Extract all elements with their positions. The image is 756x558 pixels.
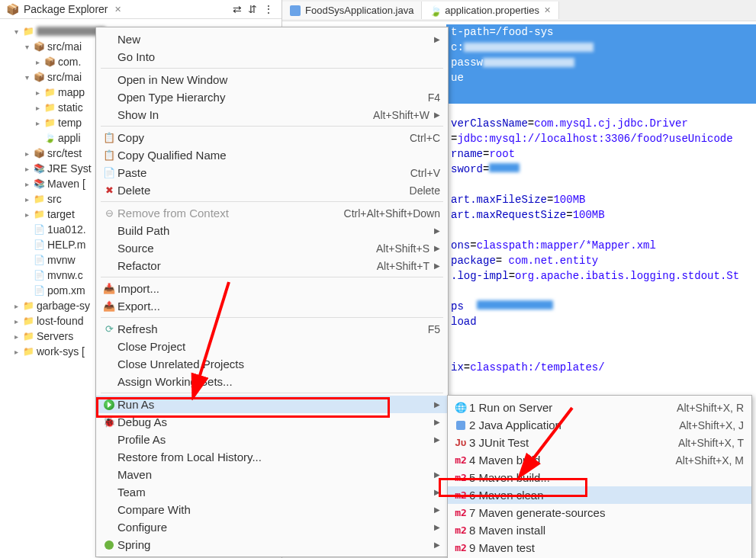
menu-show-in[interactable]: Show InAlt+Shift+W▶ (96, 106, 448, 123)
tree-label: src/mai (47, 71, 82, 83)
prop-key: ons (451, 239, 470, 252)
maven-icon: m2 (452, 542, 469, 553)
prop-val: org.apache.ibatis.logging.stdout.St (515, 270, 739, 282)
context-menu: New▶ Go Into Open in New Window Open Typ… (95, 27, 449, 557)
prop-val: 100MB (553, 194, 585, 206)
menu-source[interactable]: SourceAlt+Shift+S▶ (96, 239, 448, 257)
prop-key: ix (451, 361, 464, 374)
java-icon (456, 421, 465, 430)
prop-key: ps (451, 300, 464, 313)
tab-properties[interactable]: 🍃 application.properties ✕ (422, 2, 559, 19)
collapse-icon[interactable]: ⇄ (233, 3, 245, 15)
menu-open-new-window[interactable]: Open in New Window (96, 71, 448, 88)
menu-compare-with[interactable]: Compare With▶ (96, 501, 448, 518)
tree-label: JRE Syst (47, 162, 92, 175)
menu-maven[interactable]: Maven▶ (96, 466, 448, 483)
submenu-maven-install[interactable]: m28 Maven install (448, 521, 751, 539)
java-icon (290, 5, 301, 16)
menu-export[interactable]: 📤Export... (96, 297, 448, 315)
header-toolbar: ⇄ ⇵ ⋮ (233, 3, 275, 15)
tab-label: application.properties (445, 5, 539, 16)
menu-team[interactable]: Team▶ (96, 483, 448, 501)
maven-icon: m2 (452, 507, 469, 518)
maven-icon: m2 (452, 489, 469, 501)
prop-key: c: (451, 41, 464, 53)
tree-label: pom.xm (47, 284, 85, 297)
menu-go-into[interactable]: Go Into (96, 48, 448, 66)
tree-label: work-sys [ (37, 345, 85, 358)
prop-key: rname (451, 148, 483, 160)
tree-label: lost-found (37, 315, 83, 327)
tree-label: mvnw (47, 254, 76, 266)
prop-key: passw (451, 56, 483, 69)
tree-label: 1ua012. (47, 223, 86, 236)
menu-copy[interactable]: 📋CopyCtrl+C (96, 129, 448, 146)
properties-icon: 🍃 (429, 5, 440, 16)
tree-label: garbage-sy (37, 300, 90, 312)
menu-build-path[interactable]: Build Path▶ (96, 222, 448, 239)
spring-icon (105, 540, 114, 550)
menu-open-type-hierarchy[interactable]: Open Type HierarchyF4 (96, 88, 448, 106)
prop-key: load (451, 316, 477, 328)
tree-label: HELP.m (47, 239, 85, 251)
tab-java[interactable]: FoodSysApplication.java (282, 2, 422, 19)
menu-refactor[interactable]: RefactorAlt+Shift+T▶ (96, 257, 448, 274)
tree-label: src/mai (47, 40, 82, 53)
tree-label: com. (58, 56, 81, 68)
menu-paste[interactable]: 📄PasteCtrl+V (96, 164, 448, 181)
prop-val: /food-sys (496, 26, 554, 38)
package-icon: 📦 (6, 3, 19, 15)
tree-label: src/test (47, 147, 82, 159)
menu-spring[interactable]: Spring▶ (96, 536, 448, 553)
submenu-maven-clean[interactable]: m26 Maven clean (448, 486, 751, 504)
submenu-maven-gen-sources[interactable]: m27 Maven generate-sources (448, 504, 751, 521)
menu-configure[interactable]: Configure▶ (96, 518, 448, 536)
bug-icon: 🐞 (101, 416, 117, 428)
tree-label: appli (58, 132, 81, 144)
prop-key: .log-impl (451, 270, 509, 282)
prop-key: verClassName (451, 117, 528, 130)
editor-tabs: FoodSysApplication.java 🍃 application.pr… (282, 0, 756, 21)
tree-label: Servers (37, 330, 73, 342)
tab-label: FoodSysApplication.java (305, 5, 413, 16)
prop-key: package (451, 255, 496, 267)
link-icon[interactable]: ⇵ (248, 3, 260, 15)
menu-remove-context: ⊖Remove from ContextCtrl+Alt+Shift+Down (96, 204, 448, 222)
submenu-junit[interactable]: Jυ3 JUnit TestAlt+Shift+X, T (448, 434, 751, 451)
menu-profile-as[interactable]: Profile As▶ (96, 431, 448, 448)
menu-restore-history[interactable]: Restore from Local History... (96, 448, 448, 466)
prop-val: com.net.entity (502, 255, 598, 267)
prop-val: classpath:mapper/*Mapper.xml (477, 239, 656, 252)
menu-copy-qualified[interactable]: 📋Copy Qualified Name (96, 146, 448, 164)
run-as-submenu: 🌐1 Run on ServerAlt+Shift+X, R 2 Java Ap… (447, 395, 752, 558)
tree-label: mvnw.c (47, 269, 83, 281)
submenu-maven-build-dots[interactable]: m25 Maven build... (448, 469, 751, 486)
menu-assign-ws[interactable]: Assign Working Sets... (96, 373, 448, 390)
menu-new[interactable]: New▶ (96, 30, 448, 48)
maven-icon: m2 (452, 524, 469, 536)
tree-label: static (58, 101, 83, 114)
menu-debug-as[interactable]: 🐞Debug As▶ (96, 413, 448, 431)
submenu-maven-build[interactable]: m24 Maven buildAlt+Shift+X, M (448, 451, 751, 469)
menu-refresh[interactable]: ⟳RefreshF5 (96, 320, 448, 338)
close-icon[interactable]: ✕ (544, 5, 551, 15)
close-icon[interactable]: ✕ (114, 5, 121, 14)
tree-label: src (47, 193, 62, 205)
prop-val: 100MB (573, 209, 605, 221)
tree-label: mapp (58, 86, 85, 98)
menu-close-project[interactable]: Close Project (96, 338, 448, 355)
tree-label: temp (58, 117, 82, 129)
submenu-java-app[interactable]: 2 Java ApplicationAlt+Shift+X, J (448, 416, 751, 434)
submenu-maven-test[interactable]: m29 Maven test (448, 539, 751, 556)
prop-val: root (489, 148, 515, 160)
prop-key: art.maxRequestSize (451, 209, 566, 221)
menu-delete[interactable]: ✖DeleteDelete (96, 181, 448, 199)
submenu-run-on-server[interactable]: 🌐1 Run on ServerAlt+Shift+X, R (448, 399, 751, 416)
junit-icon: Jυ (452, 437, 469, 448)
menu-import[interactable]: 📥Import... (96, 280, 448, 297)
menu-close-unrelated[interactable]: Close Unrelated Projects (96, 355, 448, 373)
explorer-title: Package Explorer (24, 3, 108, 15)
prop-val: classpath:/templates/ (470, 361, 604, 374)
menu-run-as[interactable]: Run As▶ (96, 396, 448, 413)
menu-icon[interactable]: ⋮ (263, 3, 275, 15)
